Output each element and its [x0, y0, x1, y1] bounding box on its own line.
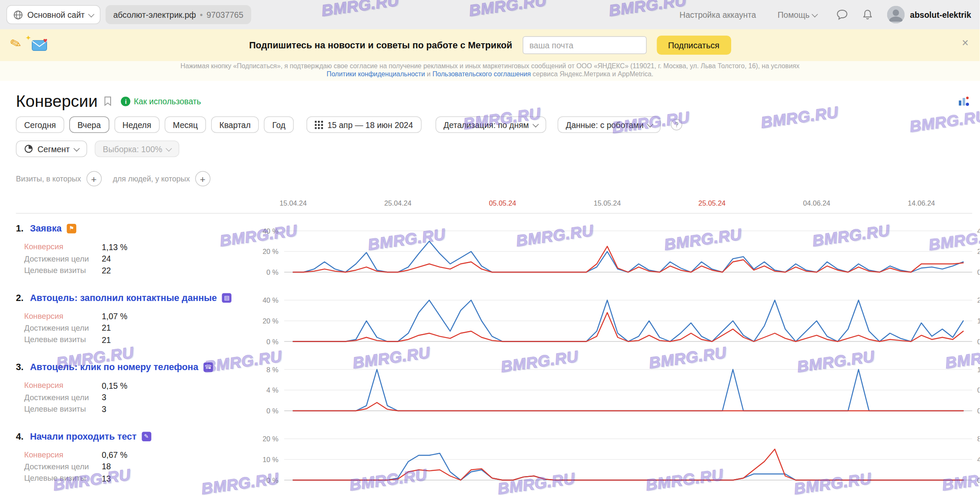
counter-info[interactable]: абсолют-электрик.рф • 97037765 — [106, 5, 251, 24]
svg-text:0: 0 — [977, 268, 980, 276]
goal-name-link[interactable]: Начали проходить тест — [30, 431, 136, 441]
goal-chart[interactable]: 20 %10 %0 %840 — [254, 426, 980, 490]
goal-stats: Конверсия1,07 %Достижения цели21Целевые … — [24, 310, 128, 346]
sampling-dropdown[interactable]: Выборка: 100% — [95, 141, 179, 157]
terms-link[interactable]: Пользовательского соглашения — [432, 70, 531, 78]
chevron-down-icon — [166, 145, 172, 151]
date-range-button[interactable]: 15 апр — 18 июн 2024 — [306, 117, 421, 133]
svg-text:0 %: 0 % — [267, 268, 279, 276]
goal-stat-row: Достижения цели24 — [24, 253, 128, 265]
goal-stats: Конверсия0,67 %Достижения цели18Целевые … — [24, 449, 128, 484]
svg-text:2: 2 — [977, 248, 980, 255]
goal-number: 1. — [16, 223, 24, 234]
x-axis-date-label: 15.05.24 — [593, 199, 621, 207]
goal-row-2: 2. Автоцель: заполнил контактные данные … — [0, 287, 980, 357]
close-icon[interactable]: × — [962, 37, 969, 48]
how-to-use-link[interactable]: i Как использовать — [121, 96, 201, 106]
app-root: Основной сайт абсолют-электрик.рф • 9703… — [0, 0, 980, 496]
bell-icon[interactable] — [862, 9, 873, 20]
disclaimer-and: и — [425, 70, 433, 78]
help-menu[interactable]: Помощь — [778, 10, 817, 20]
goal-stat-value: 3 — [102, 393, 106, 402]
goal-name-link[interactable]: Автоцель: заполнил контактные данные — [30, 293, 217, 303]
goal-stat-value: 1,07 % — [102, 312, 128, 321]
period-button-2[interactable]: Неделя — [114, 117, 159, 133]
svg-text:0 %: 0 % — [267, 407, 279, 415]
goal-row-4: 4. Начали проходить тест ✎ Конверсия0,67… — [0, 426, 980, 496]
goal-stat-value: 0,15 % — [102, 381, 128, 390]
how-to-use-label: Как использовать — [134, 96, 201, 106]
period-button-5[interactable]: Год — [264, 117, 294, 133]
goal-row-1: 1. Заявка ⚑ Конверсия1,13 %Достижения це… — [0, 218, 980, 288]
sparkle-icon: ✦ — [25, 34, 31, 42]
goal-chart[interactable]: 40 %20 %0 %210 — [254, 287, 980, 351]
chat-icon[interactable] — [836, 9, 849, 20]
banner-decor-icons: ✎ ✦ ♥ — [10, 34, 57, 57]
svg-text:1: 1 — [977, 366, 980, 373]
site-selector[interactable]: Основной сайт — [6, 5, 100, 24]
goal-stat-value: 24 — [102, 254, 111, 264]
svg-text:8 %: 8 % — [267, 366, 279, 373]
x-axis-date-label: 25.04.24 — [384, 199, 411, 207]
goal-stat-value: 13 — [102, 474, 111, 483]
svg-text:4: 4 — [977, 456, 980, 463]
goal-stat-row: Конверсия0,67 % — [24, 449, 128, 461]
chart-widget-icon[interactable] — [957, 95, 970, 110]
goal-stats: Конверсия1,13 %Достижения цели24Целевые … — [24, 241, 128, 276]
x-axis-dates: 15.04.2425.04.2405.05.2415.05.2425.05.24… — [0, 199, 980, 208]
goal-name-link[interactable]: Заявка — [30, 223, 62, 234]
svg-text:20 %: 20 % — [262, 317, 278, 325]
account-settings-link[interactable]: Настройка аккаунта — [679, 10, 756, 20]
goal-name-link[interactable]: Автоцель: клик по номеру телефона — [30, 362, 198, 372]
topbar-right: Настройка аккаунта Помощь absolut-elektr… — [679, 6, 971, 24]
avatar[interactable] — [887, 6, 905, 24]
username: absolut-elektrik — [910, 10, 971, 20]
counter-site-name: абсолют-электрик.рф — [113, 10, 196, 20]
goal-type-icon: ☎ — [203, 362, 213, 372]
segment-row: Сегмент Выборка: 100% — [0, 141, 980, 157]
axis-divider — [16, 213, 972, 214]
period-button-4[interactable]: Квартал — [211, 117, 259, 133]
goal-stat-label: Конверсия — [24, 312, 102, 320]
x-axis-date-label: 25.05.24 — [699, 199, 726, 207]
goal-chart[interactable]: 8 %4 %0 %10,50 — [254, 357, 980, 421]
email-input[interactable] — [522, 36, 646, 54]
goal-stat-label: Конверсия — [24, 450, 102, 459]
granularity-label: Детализация: по дням — [443, 120, 529, 130]
goal-stat-row: Достижения цели18 — [24, 461, 128, 473]
subscribe-button[interactable]: Подписаться — [657, 36, 731, 55]
goal-stat-label: Целевые визиты — [24, 266, 102, 275]
add-visit-condition-button[interactable]: + — [86, 171, 101, 187]
goal-stat-value: 22 — [102, 266, 111, 276]
goal-stat-value: 1,13 % — [102, 242, 128, 252]
question-icon[interactable]: ? — [671, 119, 682, 131]
bookmark-icon[interactable] — [104, 96, 112, 106]
svg-text:2: 2 — [977, 296, 980, 304]
goal-type-icon: ▤ — [222, 293, 232, 303]
period-button-3[interactable]: Месяц — [164, 117, 206, 133]
goal-chart[interactable]: 40 %20 %0 %420 — [254, 218, 980, 282]
banner-title: Подпишитесь на новости и советы по работ… — [249, 40, 512, 50]
svg-text:0,5: 0,5 — [977, 386, 980, 394]
svg-text:8: 8 — [977, 435, 980, 443]
granularity-dropdown[interactable]: Детализация: по дням — [435, 117, 546, 133]
add-people-condition-button[interactable]: + — [195, 171, 210, 187]
segment-dropdown[interactable]: Сегмент — [16, 141, 87, 157]
goal-stats: Конверсия0,15 %Достижения цели3Целевые в… — [24, 380, 128, 415]
goal-stat-value: 21 — [102, 335, 111, 345]
privacy-policy-link[interactable]: Политики конфиденциальности — [327, 70, 425, 78]
x-axis-date-label: 15.04.24 — [279, 199, 306, 207]
svg-text:4: 4 — [977, 227, 980, 235]
period-button-0[interactable]: Сегодня — [16, 117, 64, 133]
info-icon: i — [121, 96, 131, 106]
goal-number: 3. — [16, 362, 24, 372]
heart-icon: ♥ — [43, 36, 47, 44]
data-mode-dropdown[interactable]: Данные: с роботами — [557, 117, 661, 133]
goal-stat-row: Целевые визиты13 — [24, 473, 128, 485]
main-content: Конверсии i Как использовать СегодняВчер… — [0, 81, 980, 496]
period-button-1[interactable]: Вчера — [69, 117, 109, 133]
goal-stat-label: Достижения цели — [24, 393, 102, 402]
segment-label: Сегмент — [38, 144, 70, 154]
visits-condition-label: Визиты, в которых — [16, 174, 81, 183]
people-condition-label: для людей, у которых — [113, 174, 190, 183]
